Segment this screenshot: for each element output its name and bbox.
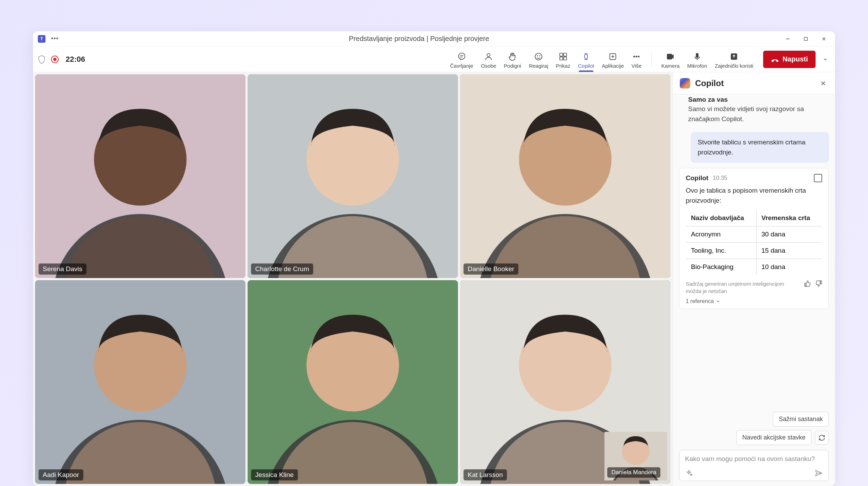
participant-name-label: Kat Larsson (464, 469, 507, 480)
copilot-input[interactable]: Kako vam mogu pomoći na ovom sastanku? (679, 450, 829, 481)
pip-name-label: Daniela Mandera (607, 467, 660, 478)
self-view-pip[interactable]: Daniela Mandera (604, 432, 667, 480)
participant-name-label: Aadi Kapoor (39, 469, 83, 480)
table-row: Tooling, Inc.15 dana (686, 243, 822, 259)
chevron-down-icon (716, 299, 720, 303)
toolbar-share-button[interactable]: Zajednički koristi (711, 47, 757, 72)
table-row: Acronymn30 dana (686, 226, 822, 243)
people-icon (484, 52, 493, 61)
svg-point-8 (535, 53, 542, 60)
copilot-header: Copilot (673, 72, 835, 94)
participant-tile[interactable]: Charlotte de Crum (248, 74, 458, 278)
shield-icon[interactable] (38, 55, 45, 64)
participant-tile[interactable]: Kat Larsson Daniela Mandera (460, 280, 670, 484)
leave-button[interactable]: Napusti (763, 51, 816, 68)
more-icon (632, 52, 641, 61)
participant-tile[interactable]: Jessica Kline (248, 280, 458, 484)
close-button[interactable] (816, 33, 832, 45)
teams-app-icon: T (38, 35, 45, 43)
participant-tile[interactable]: Danielle Booker (460, 74, 670, 278)
apps-icon (608, 52, 617, 61)
send-icon[interactable] (815, 469, 823, 477)
leave-label: Napusti (783, 55, 808, 63)
participant-tile[interactable]: Aadi Kapoor (35, 280, 245, 484)
toolbar-copilot-button[interactable]: Copilot (575, 47, 598, 72)
table-row: Bio-Packaging10 dana (686, 259, 822, 275)
participant-name-label: Serena Davis (39, 263, 86, 275)
meeting-toolbar: 22:06 ČavrljanjeOsobePodigniReagirajPrik… (33, 47, 835, 72)
svg-rect-11 (560, 53, 563, 56)
more-options-icon[interactable]: ••• (51, 35, 59, 42)
user-message: Stvorite tablicu s vremenskim crtama pro… (691, 132, 829, 162)
minimize-button[interactable] (779, 33, 796, 45)
toolbar-raise-button[interactable]: Podigni (500, 47, 525, 72)
toolbar-react-button[interactable]: Reagiraj (525, 47, 552, 72)
refresh-suggestions-button[interactable] (815, 431, 829, 445)
copilot-close-button[interactable] (818, 78, 828, 88)
toolbar-more-button[interactable]: Više (628, 47, 645, 72)
suggestion-row-2: Navedi akcijske stavke (673, 427, 835, 450)
suggestion-pill[interactable]: Sažmi sastanak (773, 412, 829, 427)
thumbs-down-icon[interactable] (815, 280, 822, 287)
participant-name-label: Charlotte de Crum (251, 263, 313, 275)
mic-icon (693, 52, 702, 61)
titlebar: T ••• Predstavljanje proizvoda | Posljed… (33, 31, 835, 47)
toolbar-camera-button[interactable]: Kamera (658, 47, 683, 72)
svg-point-20 (638, 56, 640, 57)
camera-icon (666, 52, 675, 61)
participant-tile[interactable]: Serena Davis (35, 74, 245, 278)
reply-from: Copilot (686, 174, 708, 182)
toolbar-mic-button[interactable]: Mikrofon (684, 47, 711, 72)
copy-button[interactable] (814, 174, 822, 182)
ai-disclaimer: Sadržaj generiran umjetnom inteligencijo… (686, 280, 822, 295)
participant-video (248, 74, 458, 278)
raise-icon (508, 52, 517, 61)
svg-point-4 (458, 53, 465, 59)
table-header: Naziv dobavljača (686, 210, 757, 226)
copilot-input-field[interactable]: Kako vam mogu pomoći na ovom sastanku? (685, 455, 823, 463)
meeting-title: Predstavljanje proizvoda | Posljednje pr… (59, 35, 779, 43)
maximize-button[interactable] (798, 33, 814, 45)
refresh-icon (818, 434, 825, 441)
copilot-icon (582, 52, 591, 61)
copilot-logo-icon (680, 78, 690, 89)
toolbar-people-button[interactable]: Osobe (477, 47, 500, 72)
participant-video (248, 280, 458, 484)
privacy-note-title: Samo za vas (688, 96, 827, 103)
suggestion-pill[interactable]: Navedi akcijske stavke (736, 430, 811, 445)
suggestion-row-1: Sažmi sastanak (673, 410, 835, 427)
video-grid: Serena Davis Charlotte de Crum Danielle … (33, 72, 673, 486)
reply-text: Ovo je tablica s popisom vremenskih crta… (686, 186, 822, 206)
participant-name-label: Jessica Kline (251, 469, 298, 480)
svg-rect-13 (560, 57, 563, 60)
react-icon (534, 52, 543, 61)
share-icon (729, 52, 738, 61)
svg-point-7 (487, 53, 490, 57)
copilot-title: Copilot (695, 78, 813, 88)
thumbs-up-icon[interactable] (804, 280, 811, 287)
leave-dropdown[interactable] (820, 51, 830, 68)
toolbar-chat-button[interactable]: Čavrljanje (446, 47, 477, 72)
recording-indicator-icon[interactable] (51, 56, 59, 63)
reference-toggle[interactable]: 1 referenca (686, 298, 822, 304)
privacy-note-text: Samo vi možete vidjeti svoj razgovor sa … (688, 104, 827, 124)
svg-rect-12 (564, 53, 567, 56)
toolbar-separator (651, 52, 652, 67)
app-window: T ••• Predstavljanje proizvoda | Posljed… (33, 31, 835, 486)
svg-rect-21 (696, 53, 699, 58)
svg-rect-14 (564, 57, 567, 60)
toolbar-apps-button[interactable]: Aplikacije (598, 47, 627, 72)
toolbar-view-button[interactable]: Prikaz (552, 47, 574, 72)
close-icon (820, 80, 826, 86)
svg-rect-1 (804, 37, 808, 40)
svg-point-19 (636, 56, 637, 57)
sparkle-icon[interactable] (685, 469, 693, 477)
copilot-reply: Copilot 10:35 Ovo je tablica s popisom v… (679, 168, 829, 309)
copilot-privacy-note: Samo za vas Samo vi možete vidjeti svoj … (679, 94, 829, 127)
main-area: Serena Davis Charlotte de Crum Danielle … (33, 72, 835, 486)
view-icon (559, 52, 568, 61)
reply-table: Naziv dobavljačaVremenska crtaAcronymn30… (686, 210, 822, 275)
participant-name-label: Danielle Booker (464, 263, 518, 275)
table-header: Vremenska crta (757, 210, 822, 226)
svg-point-18 (634, 56, 635, 57)
